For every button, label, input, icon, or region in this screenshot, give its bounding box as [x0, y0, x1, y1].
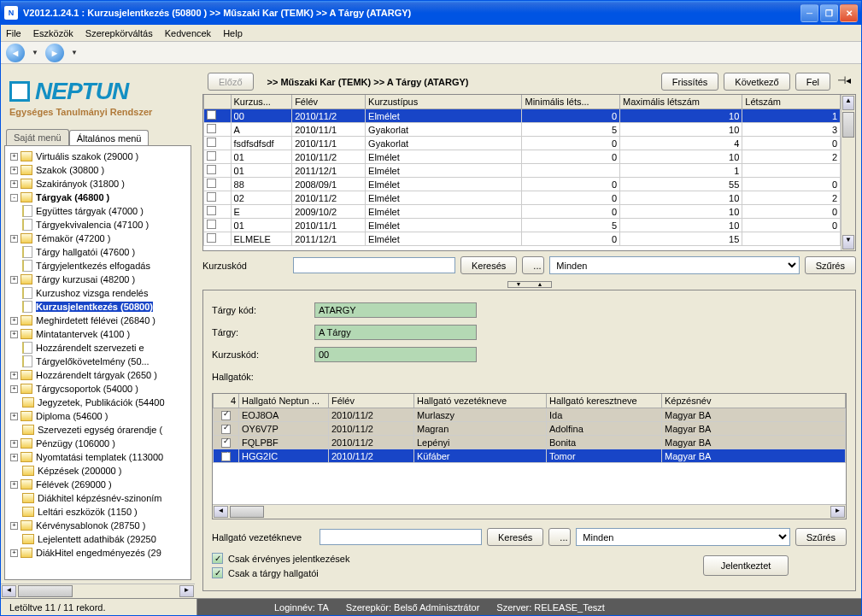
table-row[interactable]: 882008/09/1Elmélet0550	[204, 178, 841, 191]
row-checkbox[interactable]	[207, 110, 216, 120]
expand-icon[interactable]: +	[10, 440, 18, 448]
tree-h-scrollbar[interactable]: ◄ ►	[1, 584, 195, 598]
expand-icon[interactable]: +	[10, 276, 18, 284]
tree-node[interactable]: +Virtuális szakok (29000 )	[7, 150, 189, 163]
up-button[interactable]: Fel	[795, 73, 830, 91]
table-row[interactable]: 002010/11/2Elmélet0101	[204, 109, 841, 123]
search2-filter-select[interactable]: Minden	[576, 528, 789, 546]
tree-node[interactable]: +Témakör (47200 )	[7, 232, 189, 245]
tree-node[interactable]: Szervezeti egység órarendje (	[7, 423, 189, 437]
table-row[interactable]: HGG2IC2010/11/2KüfáberTomorMagyar BA	[214, 449, 846, 463]
tree-node[interactable]: Leltári eszközök (1150 )	[7, 505, 189, 519]
column-header[interactable]: Hallgató keresztneve	[547, 394, 662, 408]
column-header[interactable]: Félév	[292, 95, 366, 109]
expand-icon[interactable]: +	[10, 549, 18, 557]
menu-eszközök[interactable]: Eszközök	[33, 28, 73, 38]
scroll-left-icon[interactable]: ◄	[214, 506, 228, 518]
back-dropdown-icon[interactable]: ▼	[32, 49, 38, 56]
column-header[interactable]: Létszám	[742, 95, 841, 109]
column-header[interactable]: Kurzustípus	[366, 95, 522, 109]
tree-node[interactable]: -Tárgyak (46800 )	[7, 191, 189, 204]
table-row[interactable]: 022010/11/2Elmélet0102	[204, 191, 841, 205]
expand-icon[interactable]: +	[10, 167, 18, 174]
table-row[interactable]: EOJ8OA2010/11/2MurlaszyIdaMagyar BA	[214, 408, 846, 422]
tree-node[interactable]: +Szakirányok (31800 )	[7, 177, 189, 191]
tree-node[interactable]: +Szakok (30800 )	[7, 163, 189, 177]
tree-node[interactable]: Tárgyjelentkezés elfogadás	[7, 259, 189, 273]
forward-button[interactable]: ►	[45, 44, 64, 62]
maximize-button[interactable]: ❐	[820, 4, 838, 22]
table-row[interactable]: E2009/10/2Elmélet0100	[204, 205, 841, 219]
table-row[interactable]: 012010/11/2Elmélet0102	[204, 150, 841, 164]
row-checkbox[interactable]	[207, 220, 216, 229]
tree-node[interactable]: Képzések (200000 )	[7, 464, 189, 478]
splitter[interactable]: ▼▲	[202, 281, 856, 288]
enroll-button[interactable]: Jelentkeztet	[703, 555, 789, 576]
expand-icon[interactable]: +	[10, 317, 18, 325]
scroll-right-icon[interactable]: ►	[830, 506, 845, 518]
tree-node[interactable]: Tárgyelőkövetelmény (50...	[7, 355, 189, 368]
table-row[interactable]: FQLPBF2010/11/2LepényiBonitaMagyar BA	[214, 436, 846, 449]
subject-only-checkbox[interactable]: ✓	[212, 567, 223, 578]
tree-node[interactable]: +Félévek (269000 )	[7, 478, 189, 491]
next-button[interactable]: Következő	[724, 73, 789, 91]
row-checkbox[interactable]	[221, 425, 231, 434]
tree-node[interactable]: +Mintatantervek (4100 )	[7, 327, 189, 341]
tree-node[interactable]: +Tárgycsoportok (54000 )	[7, 382, 189, 396]
tree-node[interactable]: Kurzushoz vizsga rendelés	[7, 286, 189, 300]
nav-tree[interactable]: +Virtuális szakok (29000 )+Szakok (30800…	[5, 146, 191, 563]
table-row[interactable]: 012010/11/1Elmélet5100	[204, 219, 841, 232]
courses-v-scrollbar[interactable]: ▲ ▼	[841, 95, 855, 250]
expand-icon[interactable]: +	[10, 385, 18, 393]
scroll-right-icon[interactable]: ►	[179, 585, 194, 597]
minimize-button[interactable]: ─	[800, 4, 818, 22]
forward-dropdown-icon[interactable]: ▼	[71, 49, 78, 56]
refresh-button[interactable]: Frissítés	[661, 73, 719, 91]
scroll-down-icon[interactable]: ▼	[842, 235, 854, 249]
table-row[interactable]: fsdfsdfsdf2010/11/1Gyakorlat040	[204, 137, 841, 150]
menu-help[interactable]: Help	[223, 28, 243, 38]
search1-filter-button[interactable]: Szűrés	[805, 256, 856, 274]
tree-node[interactable]: Kurzusjelentkezés (50800)	[7, 300, 189, 314]
courses-grid[interactable]: Kurzus...FélévKurzustípusMinimális léts.…	[202, 94, 856, 251]
pin-icon[interactable]: ⊣◂	[837, 74, 851, 86]
row-checkbox[interactable]	[207, 206, 216, 215]
row-checkbox[interactable]	[221, 452, 231, 461]
tree-node[interactable]: +Tárgy kurzusai (48200 )	[7, 273, 189, 286]
search2-filter-button[interactable]: Szűrés	[795, 528, 847, 546]
tree-node[interactable]: +Meghirdetett félévei (26840 )	[7, 314, 189, 327]
row-checkbox[interactable]	[207, 124, 216, 133]
expand-icon[interactable]: +	[10, 235, 18, 243]
search1-button[interactable]: Keresés	[460, 256, 517, 274]
row-checkbox[interactable]	[207, 151, 216, 161]
row-checkbox[interactable]	[207, 179, 216, 188]
prev-button[interactable]: Előző	[208, 73, 254, 91]
search2-button[interactable]: Keresés	[487, 528, 543, 546]
table-row[interactable]: A2010/11/1Gyakorlat5103	[204, 123, 841, 137]
row-checkbox[interactable]	[207, 138, 216, 147]
expand-icon[interactable]: +	[10, 180, 18, 188]
course-code-input[interactable]	[293, 257, 455, 273]
scroll-up-icon[interactable]: ▲	[842, 96, 854, 110]
tree-node[interactable]: Diákhitel képzésnév-szinoním	[7, 491, 189, 505]
column-header[interactable]: Kurzus...	[231, 95, 292, 109]
expand-icon[interactable]: +	[10, 522, 18, 530]
tab-general-menu[interactable]: Általános menü	[69, 130, 150, 146]
menu-szerepkörváltás[interactable]: Szerepkörváltás	[85, 28, 153, 38]
table-row[interactable]: ELMELE2011/12/1Elmélet015	[204, 232, 841, 246]
menu-file[interactable]: File	[6, 28, 21, 38]
expand-icon[interactable]: -	[10, 194, 18, 202]
column-header[interactable]: Képzésnév	[662, 394, 846, 408]
row-checkbox[interactable]	[207, 165, 216, 174]
tree-node[interactable]: +Pénzügy (106000 )	[7, 437, 189, 450]
expand-icon[interactable]: +	[10, 331, 18, 338]
students-grid[interactable]: 4Hallgató Neptun ...FélévHallgató vezeté…	[212, 393, 847, 519]
back-button[interactable]: ◄	[6, 44, 25, 62]
scroll-left-icon[interactable]: ◄	[2, 585, 16, 597]
expand-icon[interactable]: +	[10, 153, 18, 161]
expand-icon[interactable]: +	[10, 372, 18, 379]
tree-node[interactable]: Együttes tárgyak (47000 )	[7, 204, 189, 218]
column-header[interactable]	[204, 95, 232, 109]
column-header[interactable]: Félév	[329, 394, 414, 408]
expand-icon[interactable]: +	[10, 454, 18, 461]
